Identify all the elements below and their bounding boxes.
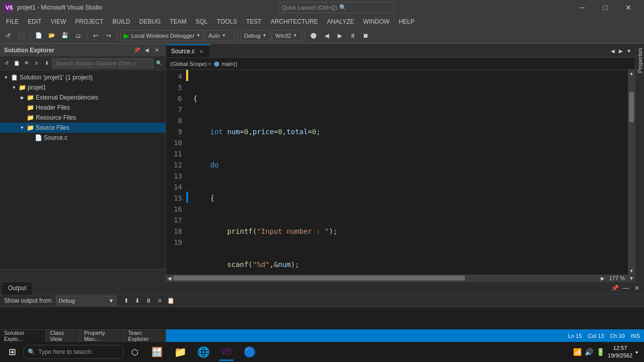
taskbar-app-extra[interactable]: 🔵 (238, 342, 261, 362)
expand-external-arrow[interactable]: ▶ (18, 95, 26, 100)
toolbar-refresh-btn[interactable]: ↺ (2, 30, 14, 42)
toolbar-redo-btn[interactable]: ↪ (103, 30, 115, 42)
hscroll-right-arrow[interactable]: ▶ (599, 275, 606, 282)
tab-scroll-left[interactable]: ◀ (609, 44, 617, 57)
menu-tools[interactable]: TOOLS (213, 15, 241, 28)
tree-item-resource-files[interactable]: ▶ 📁 Resource Files (0, 113, 166, 123)
taskbar-search[interactable]: 🔍 Type here to search (23, 345, 124, 359)
platform-dropdown[interactable]: Win32 ▼ (272, 30, 302, 41)
se-toolbar-sync-btn[interactable]: ↺ (2, 59, 11, 68)
tab-scroll-right[interactable]: ▶ (617, 44, 625, 57)
hscroll-left-arrow[interactable]: ◀ (166, 275, 173, 282)
output-toolbar-btn3[interactable]: ⏸ (143, 296, 153, 306)
tab-solution-explorer[interactable]: Solution Explo... (0, 330, 46, 342)
tab-property-man[interactable]: Property Man... (80, 330, 124, 342)
toolbar-undo-btn[interactable]: ↩ (90, 30, 102, 42)
tree-item-project[interactable]: ▼ 📁 projet1 (0, 82, 166, 93)
output-toolbar-btn1[interactable]: ⬆ (121, 296, 131, 306)
menu-build[interactable]: BUILD (108, 15, 134, 28)
output-pin-btn[interactable]: 📌 (610, 283, 620, 293)
menu-edit[interactable]: EDIT (24, 15, 45, 28)
task-view-button[interactable]: ⬡ (125, 342, 145, 362)
toolbar-new-btn[interactable]: 📄 (33, 30, 45, 42)
code-content[interactable]: { int num=0,price=0,total=0; do { printf… (189, 70, 628, 275)
toolbar-stop2-btn[interactable]: ⏹ (360, 30, 372, 42)
menu-view[interactable]: VIEW (47, 15, 70, 28)
se-pin-btn[interactable]: 📌 (132, 46, 141, 55)
toolbar-pause-btn[interactable]: ⏸ (347, 30, 359, 42)
se-close-btn[interactable]: ✕ (152, 46, 162, 55)
taskbar-app-chrome[interactable]: 🌐 (192, 342, 214, 362)
taskbar-app-explorer[interactable]: 📁 (169, 342, 191, 362)
se-toolbar-filter-btn[interactable]: ≡ (32, 59, 41, 68)
menu-team[interactable]: TEAM (166, 15, 190, 28)
toolbar-open-btn[interactable]: 📂 (46, 30, 58, 42)
maximize-button[interactable]: □ (594, 0, 617, 15)
output-close-btn[interactable]: ✕ (632, 283, 642, 293)
toolbar-breakpoint-btn[interactable]: ⬤ (307, 30, 319, 42)
taskbar-app-windows[interactable]: 🪟 (146, 342, 168, 362)
output-toolbar-btn4[interactable]: ≡ (154, 296, 165, 306)
tree-item-source-files[interactable]: ▼ 📁 Source Files (0, 123, 166, 133)
show-desktop-icon[interactable]: ▪ (635, 348, 638, 356)
breadcrumb-scope[interactable]: (Global Scope) (170, 61, 207, 67)
se-toolbar-collapse-btn[interactable]: ⬇ (42, 59, 51, 68)
minimize-button[interactable]: ─ (571, 0, 594, 15)
se-arrow-btn[interactable]: ◀ (142, 46, 151, 55)
toolbar-save-all-btn[interactable]: 🗂 (72, 30, 84, 42)
quick-launch-search[interactable]: Quick Launch (Ctrl+Q) 🔍 (279, 2, 394, 13)
editor-horizontal-scrollbar[interactable]: ◀ ▶ 177 % ▼ (166, 275, 635, 282)
debug-config-dropdown[interactable]: ▶ Local Windows Debugger ▼ (120, 30, 204, 41)
menu-sql[interactable]: SQL (192, 15, 212, 28)
output-minimize-btn[interactable]: — (621, 283, 631, 293)
vscroll-thumb[interactable] (629, 92, 634, 122)
menu-window[interactable]: WINDOW (359, 15, 394, 28)
tab-source-c-close[interactable]: ✕ (198, 48, 205, 55)
tab-source-c[interactable]: Source.c ✕ (166, 44, 210, 57)
breadcrumb-function[interactable]: ⬤ main() (214, 61, 237, 67)
taskbar-app-vs[interactable]: VS (215, 342, 237, 362)
tab-class-view[interactable]: Class View (46, 330, 80, 342)
tree-item-header-files[interactable]: ▶ 📁 Header Files (0, 103, 166, 113)
tree-item-external-deps[interactable]: ▶ 📁 External Dependencies (0, 93, 166, 103)
toolbar-save-btn[interactable]: 💾 (59, 30, 71, 42)
menu-debug[interactable]: DEBUG (135, 15, 165, 28)
start-button[interactable]: ⊞ (2, 342, 22, 362)
output-toolbar-btn5[interactable]: 📋 (166, 296, 176, 306)
toolbar-nav-btn[interactable]: ◀ (320, 30, 333, 42)
toolbar-nav2-btn[interactable]: ▶ (334, 30, 346, 42)
menu-project[interactable]: PROJECT (71, 15, 107, 28)
hscroll-track[interactable] (173, 275, 599, 282)
hscroll-thumb[interactable] (173, 276, 465, 281)
expand-solution-arrow[interactable]: ▼ (2, 75, 10, 80)
code-editor[interactable]: 4 5 6 7 8 9 10 11 12 13 14 15 16 17 18 1… (166, 70, 635, 282)
tab-scroll-down[interactable]: ▼ (625, 44, 633, 57)
debug-mode-dropdown[interactable]: Debug ▼ (240, 30, 271, 41)
solution-explorer-search-input[interactable] (56, 60, 150, 66)
toolbar-stop-btn[interactable]: ⬛ (15, 30, 27, 42)
editor-vertical-scrollbar[interactable]: ▲ ▼ (628, 70, 635, 275)
vscroll-down-arrow[interactable]: ▼ (628, 267, 635, 275)
properties-sidebar-label[interactable]: Properties (636, 44, 644, 77)
vscroll-up-arrow[interactable]: ▲ (628, 70, 635, 77)
se-toolbar-search-btn[interactable]: 🔍 (154, 59, 164, 68)
sound-icon[interactable]: 🔊 (585, 348, 593, 356)
tab-output[interactable]: Output (2, 282, 33, 295)
vscroll-track[interactable] (628, 77, 635, 267)
tab-team-explorer[interactable]: Team Explorer (124, 330, 166, 342)
zoom-level[interactable]: 177 % (606, 275, 628, 281)
tree-item-solution[interactable]: ▼ 📋 Solution 'projet1' (1 project) (0, 72, 166, 82)
network-icon[interactable]: 📶 (573, 348, 582, 356)
output-toolbar-btn2[interactable]: ⬇ (132, 296, 142, 306)
menu-analyze[interactable]: ANALYZE (323, 15, 358, 28)
menu-architecture[interactable]: ARCHITECTURE (267, 15, 322, 28)
expand-source-arrow[interactable]: ▼ (18, 125, 26, 130)
expand-project-arrow[interactable]: ▼ (10, 85, 18, 90)
tree-item-source-c[interactable]: ▶ 📄 Source.c (0, 133, 166, 143)
solution-config-dropdown[interactable]: Auto ▼ (205, 30, 235, 41)
battery-icon[interactable]: 🔋 (596, 348, 605, 356)
se-toolbar-props-btn[interactable]: 📋 (12, 59, 21, 68)
menu-file[interactable]: FILE (2, 15, 23, 28)
output-source-dropdown[interactable]: Debug ▼ (56, 296, 116, 306)
menu-test[interactable]: TEST (242, 15, 266, 28)
